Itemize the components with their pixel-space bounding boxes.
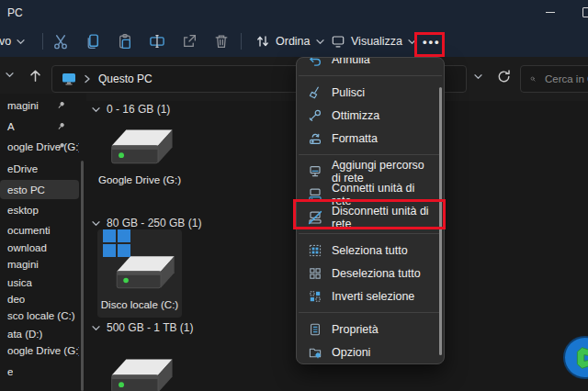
cut-button[interactable] — [49, 30, 73, 52]
pin-icon — [56, 100, 66, 110]
menu-item-ottimizza[interactable]: Ottimizza — [297, 104, 444, 127]
watermark-logo — [563, 336, 588, 379]
pin-icon — [56, 141, 66, 151]
menu-separator — [299, 233, 442, 234]
new-button[interactable]: Nuovo — [0, 28, 32, 54]
copy-button[interactable] — [81, 30, 105, 52]
up-button[interactable] — [28, 68, 43, 84]
chevron-down-icon — [92, 220, 100, 227]
navigation-pane: magini A oogle Drive (G:) eDrive esto PC… — [0, 94, 86, 391]
highlight-box-disconnect-menu-item — [293, 199, 446, 229]
share-button[interactable] — [177, 30, 201, 52]
share-icon — [181, 33, 198, 50]
sidebar-item-questo-pc[interactable]: esto PC — [0, 180, 79, 199]
broom-icon — [308, 85, 322, 100]
menu-item-inverti-selezione[interactable]: Inverti selezione — [297, 285, 444, 307]
menu-item-opzioni[interactable]: Opzioni — [297, 341, 444, 363]
chevron-down-icon — [92, 106, 100, 113]
refresh-button[interactable] — [496, 69, 512, 84]
add-network-location-icon — [308, 164, 322, 179]
sidebar-item-google-drive-g[interactable]: oogle Drive (G:) — [0, 341, 79, 360]
windows-logo-icon — [103, 229, 130, 257]
sort-button-label: Ordina — [276, 35, 311, 48]
sidebar-item-documenti[interactable]: ocumenti — [0, 220, 79, 240]
drive-tile-disco-locale-c[interactable]: Disco locale (C:) — [97, 229, 182, 318]
chevron-down-icon — [17, 39, 25, 45]
options-icon — [308, 345, 322, 360]
delete-button[interactable] — [209, 30, 233, 52]
menu-item-pulisci[interactable]: Pulisci — [297, 81, 444, 104]
minimize-icon — [546, 12, 555, 13]
menu-item-seleziona-tutto[interactable]: Seleziona tutto — [297, 239, 444, 262]
sidebar-item-data-pinned[interactable]: A — [0, 117, 79, 136]
view-button[interactable]: Visualizza — [323, 28, 424, 54]
sidebar-scrollbar[interactable] — [81, 161, 84, 391]
file-explorer-window: PC Nuovo — [0, 0, 588, 391]
toolbar-divider — [241, 33, 242, 50]
search-input[interactable] — [543, 73, 588, 85]
search-icon — [530, 73, 536, 85]
group-header-500gb-1tb[interactable]: 500 GB - 1 TB (1) — [92, 321, 193, 334]
menu-item-deseleziona-tutto[interactable]: Deseleziona tutto — [297, 262, 444, 285]
menu-item-proprieta[interactable]: Proprietà — [297, 318, 444, 341]
sort-icon — [255, 34, 270, 49]
maximize-icon — [582, 7, 588, 17]
undo-icon — [308, 57, 322, 67]
properties-icon — [308, 322, 322, 337]
copy-icon — [85, 33, 101, 50]
breadcrumb-location[interactable]: Questo PC — [98, 73, 153, 85]
minimize-button[interactable] — [535, 0, 566, 24]
hard-drive-icon — [104, 119, 175, 169]
rename-button[interactable] — [145, 30, 169, 52]
select-all-icon — [308, 243, 322, 258]
drive-tile-third[interactable] — [97, 338, 182, 391]
trash-icon — [213, 33, 230, 50]
menu-item-aggiungi-percorso-di-rete[interactable]: Aggiungi percorso di rete — [297, 160, 444, 183]
drive-tile-google-drive[interactable]: Google Drive (G:) — [97, 119, 182, 185]
toolbar-divider — [42, 33, 43, 50]
menu-separator — [299, 75, 442, 76]
deselect-all-icon — [308, 266, 322, 281]
format-drive-icon — [308, 131, 322, 146]
search-box[interactable] — [520, 65, 588, 93]
tab-title[interactable]: PC — [7, 6, 23, 19]
chevron-down-icon — [6, 72, 14, 78]
paste-button[interactable] — [113, 30, 137, 52]
hard-drive-icon — [104, 349, 175, 391]
sort-button[interactable]: Ordina — [248, 28, 332, 54]
sidebar-item-onedrive[interactable]: eDrive — [0, 159, 79, 178]
breadcrumb-chevron-icon — [84, 74, 91, 84]
highlight-box-more-button — [414, 32, 445, 57]
this-pc-icon — [62, 73, 76, 85]
navigation-bar: Questo PC — [0, 57, 588, 101]
cut-icon — [52, 33, 69, 50]
group-header-0-16gb[interactable]: 0 - 16 GB (1) — [92, 103, 170, 116]
new-button-label: Nuovo — [0, 35, 11, 48]
view-icon — [331, 34, 345, 49]
menu-item-formatta[interactable]: Formatta — [297, 127, 444, 150]
sidebar-item-google-drive-pinned[interactable]: oogle Drive (G:) — [0, 137, 79, 156]
green-cube-icon — [572, 344, 588, 372]
chevron-down-icon — [92, 325, 100, 331]
chevron-down-icon — [474, 73, 482, 80]
recent-locations-button[interactable] — [6, 72, 14, 78]
group-header-80-250gb[interactable]: 80 GB - 250 GB (1) — [92, 217, 201, 229]
sidebar-item-immagini[interactable]: magini — [0, 254, 79, 274]
paste-icon — [117, 33, 133, 50]
invert-selection-icon — [308, 289, 322, 304]
drive-label: Google Drive (G:) — [98, 174, 181, 185]
arrow-up-icon — [28, 68, 43, 84]
sidebar-item-immagini-pinned[interactable]: magini — [0, 95, 79, 115]
pin-icon — [56, 121, 66, 131]
sidebar-item-rete[interactable]: e — [0, 362, 79, 381]
menu-separator — [299, 312, 442, 313]
address-dropdown-button[interactable] — [474, 73, 482, 80]
menu-item-annulla[interactable]: Annulla — [297, 57, 444, 71]
menu-separator — [299, 154, 442, 155]
view-button-label: Visualizza — [351, 35, 402, 48]
maximize-button[interactable] — [571, 0, 588, 24]
rename-icon — [149, 33, 165, 50]
sidebar-item-disco-locale-c[interactable]: sco locale (C:) — [0, 306, 79, 325]
sidebar-item-desktop[interactable]: esktop — [0, 200, 79, 219]
refresh-icon — [496, 69, 512, 84]
